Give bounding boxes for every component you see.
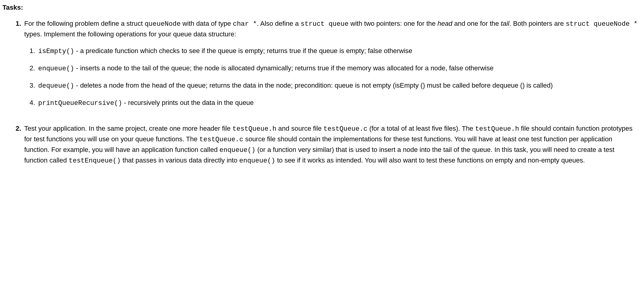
em-head: head xyxy=(437,20,452,27)
text-fragment: with two pointers: one for the xyxy=(349,20,438,27)
main-task-list: For the following problem define a struc… xyxy=(2,18,638,166)
text-fragment: - deletes a node from the head of the qu… xyxy=(74,82,553,89)
em-tail: tail xyxy=(501,20,509,27)
code-isEmpty: isEmpty() xyxy=(38,48,74,55)
code-queueNode: queueNode xyxy=(144,20,181,28)
task-1-sublist: isEmpty() - a predicate function which c… xyxy=(24,46,638,108)
text-fragment: . Both pointers are xyxy=(509,20,566,27)
code-enqueue: enqueue() xyxy=(38,65,74,72)
text-fragment: . Also define a xyxy=(257,20,300,27)
code-char-star: char * xyxy=(233,20,257,28)
code-testQueue-h: testQueue.h xyxy=(232,125,276,133)
text-fragment: - inserts a node to the tail of the queu… xyxy=(74,64,493,72)
task-1-text: For the following problem define a struc… xyxy=(24,20,638,38)
text-fragment: and one for the xyxy=(452,20,501,27)
code-enqueue-3: enqueue() xyxy=(239,157,275,165)
code-testQueue-c: testQueue.c xyxy=(324,125,367,133)
text-fragment: - a predicate function which checks to s… xyxy=(74,47,412,55)
text-fragment: with data of type xyxy=(181,20,233,27)
code-printQueueRecursive: printQueueRecursive() xyxy=(38,99,122,107)
text-fragment: - recursively prints out the data in the… xyxy=(122,99,254,106)
code-testEnqueue: testEnqueue() xyxy=(69,157,121,165)
task-2: Test your application. In the same proje… xyxy=(23,123,638,166)
subtask-isEmpty: isEmpty() - a predicate function which c… xyxy=(37,46,638,56)
text-fragment: to see if it works as intended. You will… xyxy=(275,156,585,164)
subtask-enqueue: enqueue() - inserts a node to the tail o… xyxy=(37,63,638,74)
code-struct-queue: struct queue xyxy=(300,20,348,28)
subtask-printQueueRecursive: printQueueRecursive() - recursively prin… xyxy=(37,98,638,108)
text-fragment: and source file xyxy=(277,125,324,132)
code-enqueue-2: enqueue() xyxy=(219,146,255,154)
text-fragment: types. Implement the following operation… xyxy=(24,30,236,38)
text-fragment: For the following problem define a struc… xyxy=(24,20,144,27)
text-fragment: (for a total of at least five files). Th… xyxy=(367,125,475,132)
code-struct-queueNode-star: struct queueNode * xyxy=(566,20,638,28)
code-dequeue: dequeue() xyxy=(38,82,74,90)
task-1: For the following problem define a struc… xyxy=(23,18,638,108)
tasks-heading: Tasks: xyxy=(2,2,638,12)
text-fragment: Test your application. In the same proje… xyxy=(24,125,232,132)
code-testQueue-h-2: testQueue.h xyxy=(475,125,519,133)
text-fragment: that passes in various data directly int… xyxy=(121,156,239,164)
subtask-dequeue: dequeue() - deletes a node from the head… xyxy=(37,80,638,91)
code-testQueue-c-2: testQueue.c xyxy=(199,136,243,143)
task-2-text: Test your application. In the same proje… xyxy=(24,125,632,164)
